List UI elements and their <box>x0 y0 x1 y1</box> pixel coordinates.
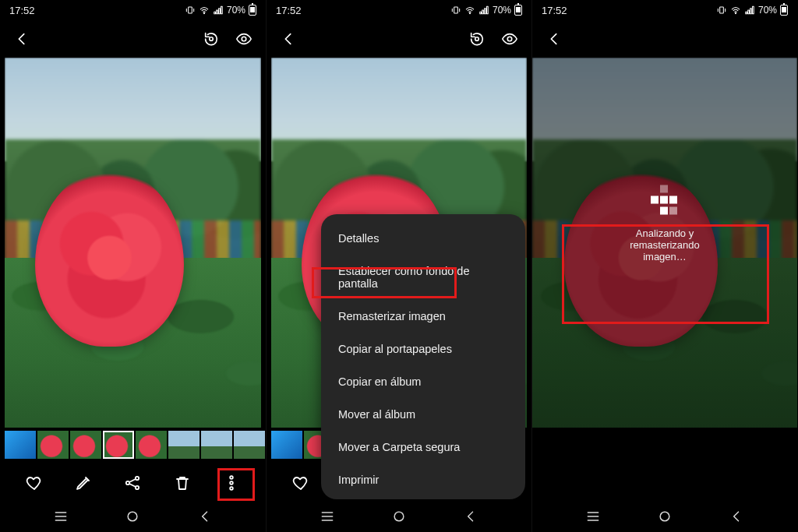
menu-item-move-secure[interactable]: Mover a Carpeta segura <box>321 431 525 463</box>
thumbnail-item[interactable] <box>168 431 200 459</box>
nav-home[interactable] <box>125 509 140 527</box>
svg-rect-1 <box>189 7 192 13</box>
status-bar: 17:52 70% <box>0 0 266 20</box>
nav-home[interactable] <box>657 509 673 527</box>
menu-item-move-album[interactable]: Mover al álbum <box>321 398 525 431</box>
processing-spinner-icon <box>641 185 688 217</box>
menu-item-details[interactable]: Detalles <box>321 222 525 255</box>
thumbnail-video[interactable] <box>5 431 36 459</box>
svg-point-9 <box>230 481 233 484</box>
battery-icon <box>514 5 522 16</box>
battery-percent: 70% <box>227 5 245 16</box>
battery-icon <box>780 5 788 16</box>
nav-back[interactable] <box>729 509 744 527</box>
svg-point-14 <box>469 13 470 14</box>
svg-point-23 <box>394 512 404 521</box>
thumbnail-video[interactable] <box>271 431 302 459</box>
photo-viewer[interactable] <box>0 58 266 428</box>
svg-point-2 <box>203 13 204 14</box>
thumbnail-item[interactable] <box>70 431 101 459</box>
status-time: 17:52 <box>9 5 35 16</box>
status-time: 17:52 <box>276 5 302 16</box>
nav-recents[interactable] <box>320 509 335 527</box>
svg-point-11 <box>129 512 138 521</box>
system-nav-bar <box>267 504 531 532</box>
svg-point-16 <box>507 37 512 41</box>
screenshot-2: 17:52 70% <box>266 0 531 532</box>
share-button[interactable] <box>123 474 142 492</box>
thumbnail-item[interactable] <box>234 431 265 459</box>
svg-point-3 <box>210 37 214 41</box>
screenshot-3: 17:52 70% Analizando y remasterizando <box>531 0 797 532</box>
thumbnail-item-selected[interactable] <box>103 431 134 459</box>
signal-icon <box>478 5 489 16</box>
battery-icon <box>249 5 256 16</box>
thumbnail-strip[interactable] <box>0 428 266 462</box>
svg-point-27 <box>660 512 669 521</box>
system-nav-bar <box>0 504 266 532</box>
edit-button[interactable] <box>74 474 93 492</box>
svg-rect-13 <box>454 7 458 13</box>
photo-rose: Analizando y remasterizando imagen… <box>532 58 797 428</box>
nav-recents[interactable] <box>585 509 601 527</box>
thumbnail-item[interactable] <box>201 431 232 459</box>
menu-item-copy-album[interactable]: Copiar en álbum <box>321 365 525 398</box>
top-toolbar <box>267 20 531 58</box>
svg-point-26 <box>735 13 736 14</box>
spacer <box>532 462 797 504</box>
more-button[interactable] <box>222 474 241 492</box>
vibrate-icon <box>716 5 727 16</box>
photo-rose <box>5 58 261 428</box>
back-button[interactable] <box>12 30 31 48</box>
vibrate-icon <box>450 5 461 16</box>
signal-icon <box>744 5 755 16</box>
back-button[interactable] <box>279 30 298 48</box>
svg-point-15 <box>475 37 479 41</box>
status-bar: 17:52 70% <box>267 0 531 20</box>
top-toolbar <box>532 20 797 58</box>
battery-percent: 70% <box>758 5 777 16</box>
visibility-icon[interactable] <box>500 30 519 48</box>
svg-point-8 <box>230 476 233 479</box>
screenshot-1: 17:52 70% <box>0 0 266 532</box>
system-nav-bar <box>532 504 797 532</box>
menu-item-set-wallpaper[interactable]: Establecer como fondo de pantalla <box>321 255 525 300</box>
svg-point-10 <box>230 487 233 490</box>
bixby-vision-icon[interactable] <box>202 30 221 48</box>
wifi-icon <box>464 5 475 16</box>
vibrate-icon <box>185 5 196 16</box>
battery-percent: 70% <box>493 5 511 16</box>
svg-rect-25 <box>720 7 724 13</box>
bixby-vision-icon[interactable] <box>468 30 486 48</box>
favorite-button[interactable] <box>291 474 310 492</box>
thumbnail-item[interactable] <box>37 431 69 459</box>
svg-point-4 <box>242 37 246 41</box>
wifi-icon <box>730 5 741 16</box>
more-menu: Detalles Establecer como fondo de pantal… <box>321 214 525 499</box>
processing-indicator: Analizando y remasterizando imagen… <box>598 165 731 277</box>
photo-viewer: Analizando y remasterizando imagen… <box>532 58 797 428</box>
nav-home[interactable] <box>391 509 407 527</box>
bottom-toolbar <box>0 462 266 504</box>
visibility-icon[interactable] <box>235 30 253 48</box>
status-bar: 17:52 70% <box>532 0 797 20</box>
processing-text: Analizando y remasterizando imagen… <box>609 227 720 262</box>
spacer <box>532 428 797 462</box>
status-time: 17:52 <box>542 5 567 16</box>
back-button[interactable] <box>545 30 563 48</box>
menu-item-print[interactable]: Imprimir <box>321 463 525 496</box>
nav-recents[interactable] <box>53 509 69 527</box>
favorite-button[interactable] <box>25 474 44 492</box>
wifi-icon <box>199 5 210 16</box>
menu-item-copy-clipboard[interactable]: Copiar al portapapeles <box>321 333 525 365</box>
nav-back[interactable] <box>197 509 213 527</box>
menu-item-remaster[interactable]: Remasterizar imagen <box>321 300 525 333</box>
thumbnail-item[interactable] <box>136 431 167 459</box>
delete-button[interactable] <box>173 474 192 492</box>
top-toolbar <box>0 20 266 58</box>
signal-icon <box>213 5 224 16</box>
nav-back[interactable] <box>463 509 478 527</box>
